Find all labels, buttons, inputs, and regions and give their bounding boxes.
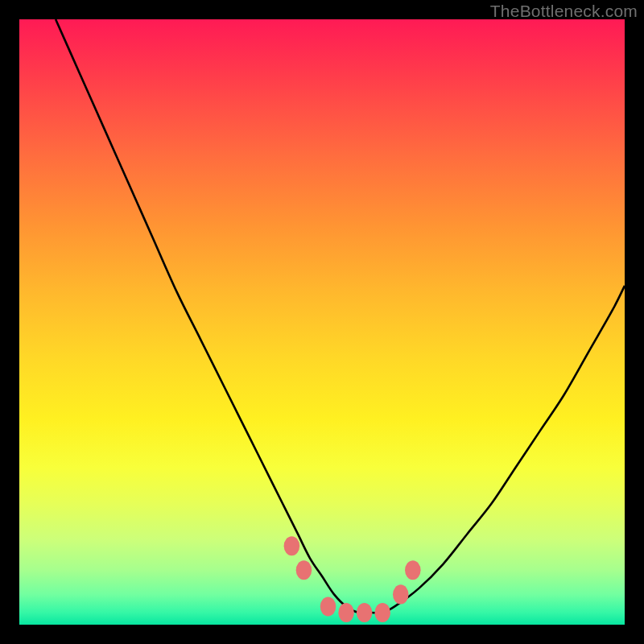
chart-frame: TheBottleneck.com xyxy=(0,0,644,644)
floor-dot-1 xyxy=(320,597,336,616)
right-threshold-upper xyxy=(405,560,421,580)
left-threshold-lower xyxy=(296,560,312,580)
left-threshold-upper xyxy=(284,536,300,555)
plot-area xyxy=(19,19,625,625)
floor-dot-4 xyxy=(374,603,390,622)
floor-dot-3 xyxy=(357,603,373,622)
floor-dot-2 xyxy=(338,603,354,622)
right-threshold-lower xyxy=(393,584,409,604)
watermark-text: TheBottleneck.com xyxy=(490,2,638,21)
bottleneck-curve-path xyxy=(56,19,625,613)
curve-svg xyxy=(19,19,625,625)
